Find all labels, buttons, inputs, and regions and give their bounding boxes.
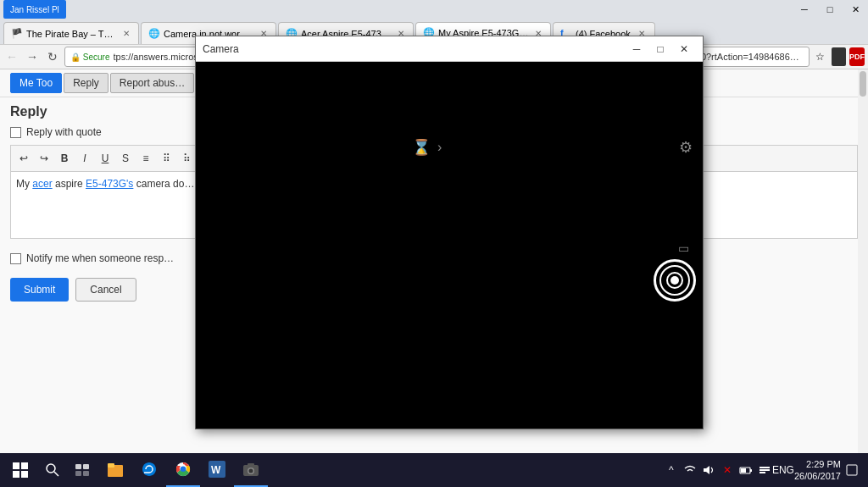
tray-chevron-icon[interactable]: ^: [664, 462, 679, 478]
reply-button[interactable]: Reply: [64, 73, 108, 93]
windows-logo: [13, 462, 28, 478]
camera-maximize-button[interactable]: □: [648, 37, 672, 61]
system-clock[interactable]: 2:29 PM 26/06/2017: [794, 458, 841, 483]
taskbar-file-explorer[interactable]: [98, 453, 132, 487]
undo-button[interactable]: ↩: [14, 149, 33, 168]
taskbar-items: W: [98, 453, 659, 487]
svg-rect-21: [750, 469, 752, 472]
shutter-inner-icon: [659, 265, 690, 296]
minimize-browser-button[interactable]: ─: [792, 0, 817, 19]
svg-rect-6: [75, 471, 81, 476]
spinner-icon: ⌛: [412, 138, 431, 157]
word-icon: W: [208, 460, 226, 479]
tab-favicon-piratebay: 🏴: [11, 28, 23, 40]
italic-button[interactable]: I: [75, 149, 94, 168]
chrome-icon: [174, 460, 192, 479]
back-button[interactable]: ←: [3, 47, 20, 67]
camera-close-button[interactable]: ✕: [672, 37, 696, 61]
tab-close-piratebay[interactable]: ✕: [122, 28, 131, 40]
svg-rect-10: [108, 463, 114, 468]
svg-rect-22: [760, 467, 770, 468]
taskbar-task-view-button[interactable]: [68, 457, 98, 483]
title-bar: Jan Rissel Pl ─ □ ✕: [0, 0, 868, 19]
svg-rect-24: [760, 472, 765, 473]
taskbar-word[interactable]: W: [200, 453, 234, 487]
align-right-button[interactable]: ⠷: [177, 149, 196, 168]
strikethrough-button[interactable]: S: [116, 149, 135, 168]
camera-app-icon: [242, 460, 260, 479]
underline-button[interactable]: U: [96, 149, 114, 168]
extensions-button[interactable]: [832, 47, 846, 66]
reply-with-quote-label: Reply with quote: [26, 126, 102, 138]
taskbar: W ^ ✕ ENG 2:29 PM 26/06/2017: [0, 453, 868, 487]
tray-more-icon[interactable]: [757, 462, 772, 478]
camera-titlebar: Camera ─ □ ✕: [196, 36, 703, 62]
cancel-button[interactable]: Cancel: [75, 278, 136, 302]
taskbar-edge[interactable]: [132, 453, 166, 487]
start-button[interactable]: [3, 453, 37, 487]
camera-loading-indicator: ⌛ ›: [412, 138, 442, 157]
svg-rect-25: [847, 465, 857, 475]
editor-link-model[interactable]: E5-473G's: [86, 178, 133, 190]
clock-date: 26/06/2017: [794, 470, 841, 482]
report-abuse-button[interactable]: Report abus…: [110, 73, 194, 93]
tab-label-piratebay: The Pirate Bay – The gal…: [26, 29, 117, 39]
camera-shutter-button[interactable]: [654, 259, 696, 302]
edge-icon: [140, 460, 159, 479]
secure-icon: 🔒 Secure: [70, 53, 109, 62]
camera-aspect-icon[interactable]: ▭: [678, 241, 689, 255]
taskbar-search-button[interactable]: [37, 457, 68, 483]
svg-rect-5: [83, 464, 89, 469]
taskbar-tray: ^ ✕ ENG 2:29 PM 26/06/2017: [659, 458, 865, 483]
camera-settings-icon[interactable]: ⚙: [679, 138, 693, 157]
camera-minimize-button[interactable]: ─: [625, 37, 648, 61]
language-indicator[interactable]: ENG: [776, 462, 791, 478]
notifications-button[interactable]: [844, 462, 860, 478]
notify-checkbox[interactable]: [10, 253, 21, 264]
svg-line-3: [54, 472, 58, 476]
reply-with-quote-checkbox[interactable]: [10, 127, 21, 138]
camera-win-controls: ─ □ ✕: [625, 37, 696, 61]
chevron-icon: ›: [437, 140, 442, 155]
taskbar-camera[interactable]: [234, 453, 268, 487]
svg-point-2: [47, 464, 55, 473]
forward-button[interactable]: →: [24, 47, 41, 67]
svg-point-17: [249, 469, 253, 473]
camera-window-title: Camera: [203, 43, 625, 55]
camera-view: ⌛ › ⚙ ▭: [196, 62, 703, 429]
bold-button[interactable]: B: [55, 149, 74, 168]
page-scrollbar[interactable]: [858, 69, 868, 453]
svg-text:W: W: [211, 464, 221, 476]
bookmark-button[interactable]: ☆: [813, 47, 828, 67]
tray-battery-icon[interactable]: [738, 462, 754, 478]
svg-rect-23: [760, 469, 770, 471]
user-badge: Jan Rissel Pl: [3, 0, 66, 19]
window-controls: ─ □ ✕: [792, 0, 868, 19]
scroll-thumb: [860, 71, 866, 97]
redo-button[interactable]: ↪: [35, 149, 53, 168]
align-center-button[interactable]: ⠿: [157, 149, 175, 168]
tray-network-icon[interactable]: [682, 462, 698, 478]
editor-link-acer[interactable]: acer: [32, 178, 52, 190]
tray-antivirus-icon[interactable]: ✕: [720, 462, 735, 478]
maximize-browser-button[interactable]: □: [817, 0, 843, 19]
submit-button[interactable]: Submit: [10, 278, 69, 302]
align-left-button[interactable]: ≡: [136, 149, 155, 168]
svg-rect-20: [741, 468, 746, 473]
file-explorer-icon: [106, 460, 125, 479]
tray-volume-icon[interactable]: [701, 462, 716, 478]
refresh-button[interactable]: ↻: [44, 47, 61, 67]
taskbar-chrome[interactable]: [166, 453, 200, 487]
tab-piratebay[interactable]: 🏴 The Pirate Bay – The gal… ✕: [3, 22, 139, 44]
svg-point-1: [670, 276, 679, 285]
svg-rect-4: [75, 464, 81, 469]
notify-label: Notify me when someone resp…: [26, 252, 174, 264]
me-too-button[interactable]: Me Too: [10, 73, 62, 93]
camera-window: Camera ─ □ ✕ ⌛ › ⚙ ▭: [195, 36, 704, 429]
svg-rect-18: [248, 463, 254, 466]
tab-favicon-camera: 🌐: [148, 28, 160, 40]
close-browser-button[interactable]: ✕: [843, 0, 868, 19]
svg-rect-7: [83, 471, 89, 476]
clock-time: 2:29 PM: [794, 458, 841, 470]
pdf-button[interactable]: PDF: [849, 47, 865, 66]
